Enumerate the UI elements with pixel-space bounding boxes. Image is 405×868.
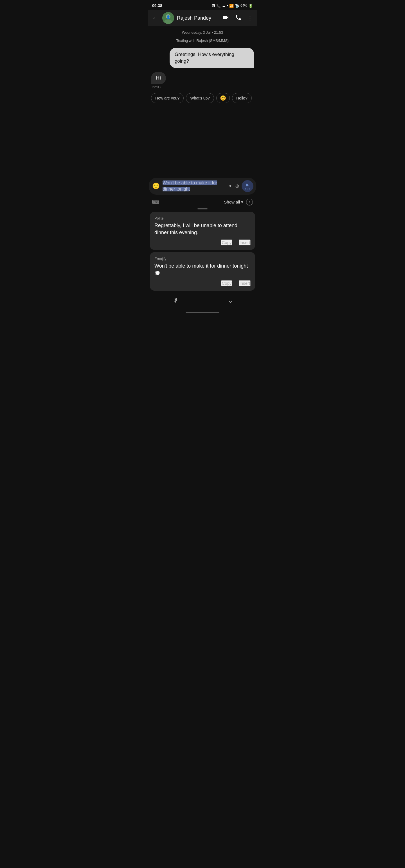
bottom-bar: 🎙 ⌄ xyxy=(148,293,257,309)
add-attachment-button[interactable]: ⊕ xyxy=(235,183,239,189)
quick-reply-emoji[interactable]: 😊 xyxy=(216,93,230,103)
drag-handle xyxy=(197,208,208,209)
status-bar: 09:38 🖼 📞 ☁ • 📶 📡 64% 🔋 xyxy=(148,0,257,10)
nav-bar-indicator xyxy=(185,312,220,313)
chevron-down-icon: ▾ xyxy=(241,199,243,205)
insert-button-emojify[interactable]: Insert xyxy=(239,280,251,286)
send-label: SMS xyxy=(245,187,250,190)
toolbar-actions: ⋮ xyxy=(221,13,254,23)
chevron-down-button[interactable]: ⌄ xyxy=(228,297,233,304)
quick-replies: How are you? What's up? 😊 Hello? xyxy=(151,93,254,103)
contact-name: Rajesh Pandey xyxy=(177,15,219,21)
avatar-image: 👤 xyxy=(162,12,174,24)
signal-icon: 📡 xyxy=(235,4,239,8)
status-phone-icon: 📞 xyxy=(216,4,221,8)
insert-button-polite[interactable]: Insert xyxy=(239,240,251,245)
system-nav xyxy=(148,309,257,316)
suggestion-category-polite: Polite xyxy=(154,216,251,220)
show-all-row: ⌨ Show all ▾ ! xyxy=(148,197,257,207)
suggestion-category-emojify: Emojify xyxy=(154,257,251,261)
mic-button[interactable]: 🎙 xyxy=(172,297,179,304)
send-icon: ▶ xyxy=(246,182,249,187)
toolbar: ← 👤 Rajesh Pandey ⋮ xyxy=(148,10,257,26)
more-options-button[interactable]: ⋮ xyxy=(246,13,254,23)
back-button[interactable]: ← xyxy=(151,13,160,23)
wifi-icon: 📶 xyxy=(229,4,234,8)
chat-area: Wednesday, 3 Jul • 21:53 Texting with Ra… xyxy=(148,26,257,178)
quick-reply-hello[interactable]: Hello? xyxy=(232,93,252,103)
sms-label: Texting with Rajesh (SMS/MMS) xyxy=(151,38,254,43)
video-call-button[interactable] xyxy=(221,13,230,23)
status-dot: • xyxy=(227,4,228,8)
quick-reply-how-are-you[interactable]: How are you? xyxy=(151,93,184,103)
status-time: 09:38 xyxy=(152,3,162,8)
suggestion-actions-emojify: Copy Insert xyxy=(154,280,251,286)
message-input[interactable]: Won't be able to make it for dinner toni… xyxy=(163,180,226,192)
copy-button-polite[interactable]: Copy xyxy=(221,240,232,245)
magic-write-button[interactable]: ✦ xyxy=(228,183,232,189)
incoming-bubble: Hi xyxy=(151,72,166,84)
input-area: 🙂 Won't be able to make it for dinner to… xyxy=(149,178,256,195)
send-button[interactable]: ▶ SMS xyxy=(241,180,253,192)
quick-reply-whats-up[interactable]: What's up? xyxy=(186,93,214,103)
battery-icon: 🔋 xyxy=(248,4,253,8)
svg-text:👤: 👤 xyxy=(166,15,170,19)
input-actions: ✦ ⊕ xyxy=(228,183,239,189)
incoming-message-wrapper: Hi 22:03 xyxy=(151,72,254,89)
phone-call-button[interactable] xyxy=(234,13,243,23)
battery-percent: 64% xyxy=(240,4,247,8)
suggestion-actions-polite: Copy Insert xyxy=(154,240,251,245)
input-highlighted-text: Won't be able to make it for dinner toni… xyxy=(163,181,217,191)
copy-button-emojify[interactable]: Copy xyxy=(221,280,232,286)
outgoing-bubble: Greetings! How's everything going? xyxy=(170,48,254,68)
suggestion-text-emojify: Won't be able to make it for dinner toni… xyxy=(154,262,251,277)
status-cloud-icon: ☁ xyxy=(222,4,226,8)
date-label: Wednesday, 3 Jul • 21:53 xyxy=(151,30,254,35)
suggestion-text-polite: Regrettably, I will be unable to attend … xyxy=(154,222,251,236)
show-all-button[interactable]: Show all ▾ xyxy=(224,199,243,205)
suggestion-card-polite: Polite Regrettably, I will be unable to … xyxy=(150,212,255,250)
info-button[interactable]: ! xyxy=(246,199,253,206)
keyboard-icon: ⌨ xyxy=(152,199,160,205)
divider xyxy=(163,199,163,205)
status-icons: 🖼 📞 ☁ • 📶 📡 64% 🔋 xyxy=(211,4,253,8)
suggestion-card-emojify: Emojify Won't be able to make it for din… xyxy=(150,252,255,290)
contact-avatar[interactable]: 👤 xyxy=(162,12,174,24)
show-all-label: Show all xyxy=(224,199,240,204)
status-photo-icon: 🖼 xyxy=(211,4,215,8)
emoji-button[interactable]: 🙂 xyxy=(152,182,160,190)
incoming-time: 22:03 xyxy=(152,85,161,89)
